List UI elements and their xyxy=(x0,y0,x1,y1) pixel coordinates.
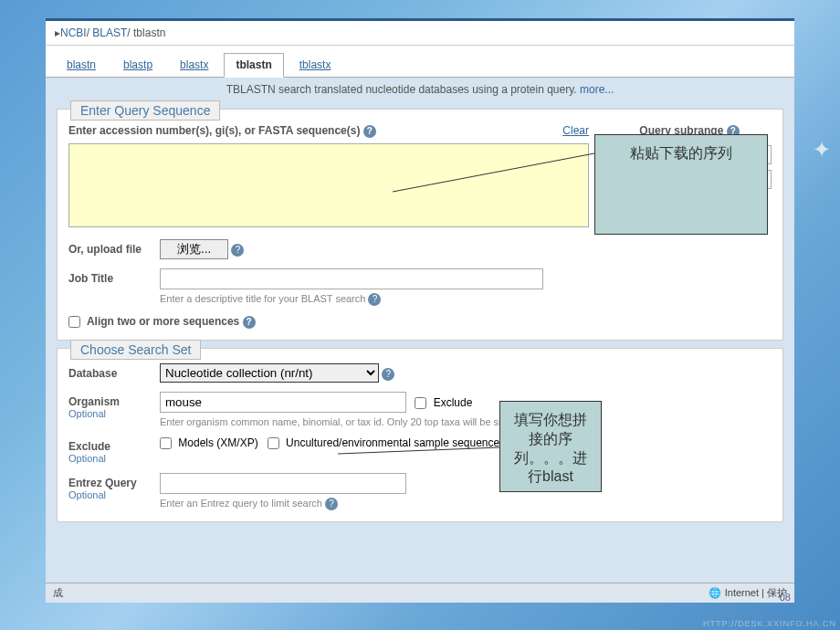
exclude-label: Exclude Optional xyxy=(68,436,160,464)
tab-blastp[interactable]: blastp xyxy=(111,53,164,77)
help-icon[interactable]: ? xyxy=(382,368,394,381)
organism-exclude-label: Exclude xyxy=(434,396,473,409)
watermark: HTTP://DESK.XXINFO.HA.CN xyxy=(703,619,836,628)
description-text: TBLASTN search translated nucleotide dat… xyxy=(226,83,577,96)
search-set-legend: Choose Search Set xyxy=(70,340,201,360)
status-left: 成 xyxy=(53,586,63,600)
align-label: Align two or more sequences xyxy=(87,315,239,328)
job-title-label: Job Title xyxy=(68,268,160,285)
job-title-hint: Enter a descriptive title for your BLAST… xyxy=(160,293,772,306)
breadcrumb-blast[interactable]: BLAST xyxy=(92,26,127,39)
help-icon[interactable]: ? xyxy=(243,316,256,329)
help-icon[interactable]: ? xyxy=(368,293,381,306)
align-checkbox[interactable] xyxy=(68,316,80,328)
corner-number: 08 xyxy=(780,592,791,603)
more-link[interactable]: more... xyxy=(580,83,614,96)
breadcrumb-ncbi[interactable]: NCBI xyxy=(60,26,87,39)
help-icon[interactable]: ? xyxy=(325,498,338,510)
search-set-fieldset: Choose Search Set Database Nucleotide co… xyxy=(57,348,783,522)
help-icon[interactable]: ? xyxy=(363,125,376,138)
status-internet: Internet | 保护 xyxy=(725,586,787,600)
blast-tabs: blastn blastp blastx tblastn tblastx xyxy=(46,46,794,78)
database-label: Database xyxy=(68,363,160,380)
organism-exclude-checkbox[interactable] xyxy=(415,397,426,409)
bg-bird-icon: ✦ xyxy=(813,137,831,163)
breadcrumb: ▸NCBI/ BLAST/ tblastn xyxy=(46,21,794,46)
annotation-paste: 粘贴下载的序列 xyxy=(594,134,768,235)
entrez-input[interactable] xyxy=(160,473,406,494)
organism-input[interactable] xyxy=(160,392,406,413)
browse-button[interactable]: 浏览... xyxy=(160,239,228,259)
help-icon[interactable]: ? xyxy=(231,244,244,257)
organism-label: Organism Optional xyxy=(68,392,160,419)
exclude-models-label: Models (XM/XP) xyxy=(178,436,257,449)
align-row: Align two or more sequences ? xyxy=(68,315,772,329)
exclude-models-checkbox[interactable] xyxy=(160,437,172,449)
entrez-label: Entrez Query Optional xyxy=(68,473,160,500)
exclude-uncultured-checkbox[interactable] xyxy=(268,437,279,449)
tab-blastx[interactable]: blastx xyxy=(168,53,220,77)
annotation-fill: 填写你想拼接的序列。。。进行blast xyxy=(499,401,602,492)
upload-label: Or, upload file xyxy=(68,239,160,256)
organism-hint: Enter organism common name, binomial, or… xyxy=(160,416,772,427)
breadcrumb-current: tblastn xyxy=(133,26,165,39)
status-bar: 成 🌐 Internet | 保护 xyxy=(46,583,794,603)
query-legend: Enter Query Sequence xyxy=(70,100,220,121)
tab-tblastn[interactable]: tblastn xyxy=(224,53,283,78)
globe-icon: 🌐 xyxy=(709,587,721,599)
exclude-uncultured-label: Uncultured/environmental sample sequence… xyxy=(286,436,505,449)
query-input-label: Enter accession number(s), gi(s), or FAS… xyxy=(68,124,376,138)
description-bar: TBLASTN search translated nucleotide dat… xyxy=(46,78,794,101)
database-select[interactable]: Nucleotide collection (nr/nt) xyxy=(160,363,379,383)
job-title-input[interactable] xyxy=(160,268,543,289)
clear-link[interactable]: Clear xyxy=(562,124,589,138)
tab-tblastx[interactable]: tblastx xyxy=(288,53,343,77)
entrez-hint: Enter an Entrez query to limit search ? xyxy=(160,498,772,510)
tab-blastn[interactable]: blastn xyxy=(55,53,108,77)
main-panel: ▸NCBI/ BLAST/ tblastn blastn blastp blas… xyxy=(46,18,794,603)
query-textarea[interactable] xyxy=(68,143,589,227)
